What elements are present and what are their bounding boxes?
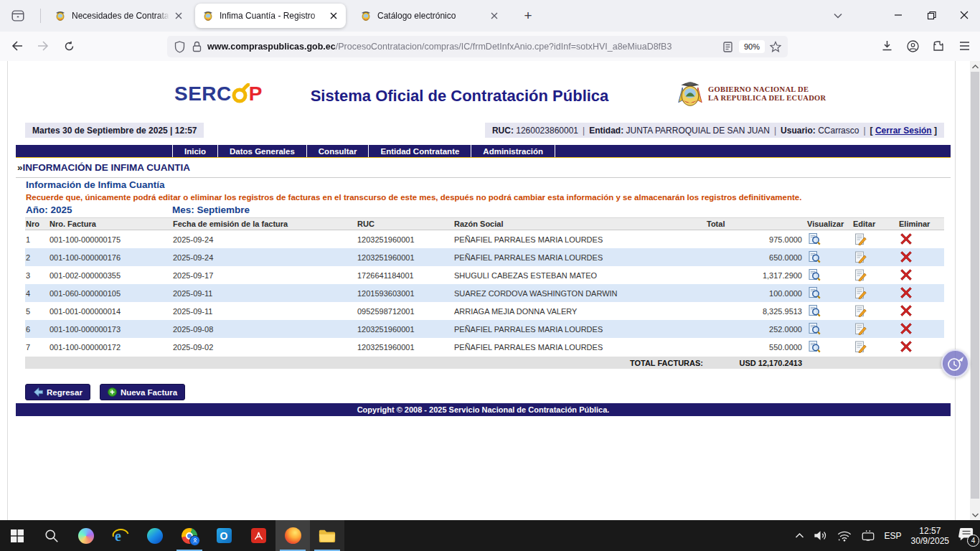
editar-icon[interactable] bbox=[854, 305, 867, 317]
file-explorer-icon bbox=[319, 529, 336, 543]
nav-item-administracion[interactable]: Administración bbox=[471, 145, 555, 157]
logout-link[interactable]: Cerrar Sesión bbox=[875, 126, 932, 136]
scroll-down-arrow[interactable] bbox=[970, 509, 980, 520]
tray-chevron-up-icon[interactable] bbox=[795, 532, 804, 539]
firefox-view-button[interactable] bbox=[7, 6, 29, 26]
zoom-level-indicator[interactable]: 90% bbox=[739, 40, 765, 53]
scroll-up-arrow[interactable] bbox=[970, 61, 980, 72]
datetime-bar: Martes 30 de Septiembre de 2025 | 12:57 bbox=[25, 123, 204, 138]
visualizar-icon[interactable] bbox=[809, 305, 821, 317]
taskbar-edge-button[interactable] bbox=[138, 520, 172, 551]
floating-timer-widget[interactable] bbox=[941, 349, 969, 377]
notification-center-button[interactable]: 4 bbox=[958, 527, 976, 545]
government-logo: GOBIERNO NACIONAL DE LA REPUBLICA DEL EC… bbox=[677, 79, 826, 109]
cell-nro: 2 bbox=[25, 248, 49, 266]
windows-logo-icon bbox=[11, 529, 24, 542]
year-label: Año: 2025 bbox=[26, 204, 172, 215]
account-icon[interactable] bbox=[901, 34, 924, 57]
editar-icon[interactable] bbox=[854, 323, 867, 335]
breadcrumb-title: INFORMACIÓN DE INFIMA CUANTIA bbox=[23, 162, 190, 173]
back-button[interactable] bbox=[6, 34, 29, 57]
taskbar-explorer-button[interactable] bbox=[310, 520, 344, 551]
ruc-value: 1260023860001 bbox=[516, 126, 578, 136]
visualizar-icon[interactable] bbox=[809, 323, 821, 335]
eliminar-icon[interactable] bbox=[900, 269, 913, 281]
menu-hamburger-icon[interactable] bbox=[953, 34, 976, 57]
tab-close-icon[interactable] bbox=[488, 9, 501, 22]
nueva-factura-button[interactable]: Nueva Factura bbox=[100, 384, 185, 400]
taskbar-acrobat-button[interactable] bbox=[241, 520, 275, 551]
taskbar-clock[interactable]: 12:57 30/9/2025 bbox=[911, 526, 949, 546]
visualizar-icon[interactable] bbox=[809, 341, 821, 353]
volume-icon[interactable] bbox=[814, 529, 828, 542]
nav-item-datos-generales[interactable]: Datos Generales bbox=[217, 145, 306, 157]
taskbar-copilot-button[interactable] bbox=[69, 520, 103, 551]
visualizar-icon[interactable] bbox=[809, 233, 821, 245]
cell-nro-factura: 001-100-000000173 bbox=[49, 320, 172, 338]
period-row: Año: 2025Mes: Septiembre bbox=[26, 204, 250, 215]
url-bar[interactable]: www.compraspublicas.gob.ec/ProcesoContra… bbox=[167, 36, 788, 57]
close-window-button[interactable] bbox=[948, 0, 980, 30]
list-all-tabs-chevron-icon[interactable] bbox=[828, 6, 848, 26]
scrollbar[interactable] bbox=[970, 61, 980, 520]
entity-value: JUNTA PARROQUIAL DE SAN JUAN bbox=[626, 126, 769, 136]
minimize-button[interactable] bbox=[882, 0, 915, 30]
language-indicator[interactable]: ESP bbox=[885, 531, 902, 541]
wifi-icon[interactable] bbox=[837, 530, 852, 542]
start-button[interactable] bbox=[0, 520, 34, 551]
taskbar-firefox-button[interactable] bbox=[275, 520, 310, 551]
tab-close-icon[interactable] bbox=[172, 9, 185, 22]
col-header-razon-social: Razón Social bbox=[453, 218, 706, 230]
eliminar-icon[interactable] bbox=[900, 323, 913, 335]
cell-total: 550.0000 bbox=[706, 338, 806, 356]
invoice-row: 5 001-001-000000014 2025-09-11 095259871… bbox=[25, 302, 944, 320]
nav-item-consultar[interactable]: Consultar bbox=[306, 145, 369, 157]
visualizar-icon[interactable] bbox=[809, 287, 821, 299]
browser-tab-necesidades[interactable]: Necesidades de Contratación y bbox=[47, 4, 191, 28]
tracking-shield-icon[interactable] bbox=[173, 40, 186, 53]
browser-tabstrip: Necesidades de Contratación y Infima Cua… bbox=[0, 0, 980, 32]
cell-razon-social: ARRIAGA MEJIA DONNA VALERY bbox=[453, 302, 706, 320]
eliminar-icon[interactable] bbox=[900, 287, 913, 299]
connect-display-icon[interactable] bbox=[861, 529, 875, 542]
back-arrow-icon bbox=[33, 387, 43, 397]
nav-item-inicio[interactable]: Inicio bbox=[172, 145, 217, 157]
tray-date: 30/9/2025 bbox=[911, 536, 949, 546]
bookmark-star-icon[interactable] bbox=[769, 40, 782, 53]
regresar-button[interactable]: Regresar bbox=[25, 384, 90, 400]
taskbar-outlook-button[interactable]: O bbox=[207, 520, 241, 551]
taskbar-search-button[interactable] bbox=[34, 520, 69, 551]
cell-fecha-emision: 2025-09-08 bbox=[172, 320, 357, 338]
editar-icon[interactable] bbox=[854, 233, 867, 245]
tab-close-icon[interactable] bbox=[327, 9, 340, 22]
browser-tab-catalogo[interactable]: Catálogo electrónico bbox=[353, 4, 507, 28]
lock-icon[interactable] bbox=[190, 40, 203, 53]
reader-mode-icon[interactable] bbox=[722, 40, 735, 53]
visualizar-icon[interactable] bbox=[809, 251, 821, 263]
tab-title: Catálogo electrónico bbox=[377, 11, 485, 21]
cell-nro-factura: 001-002-000000355 bbox=[49, 266, 172, 284]
taskbar-internet-explorer-button[interactable]: e bbox=[103, 520, 138, 551]
eliminar-icon[interactable] bbox=[900, 233, 913, 245]
restore-button[interactable] bbox=[915, 0, 948, 30]
editar-icon[interactable] bbox=[854, 341, 867, 353]
editar-icon[interactable] bbox=[854, 287, 867, 299]
taskbar-chrome-button[interactable] bbox=[172, 520, 207, 551]
cell-nro-factura: 001-100-000000176 bbox=[49, 248, 172, 266]
new-tab-button[interactable]: + bbox=[518, 6, 538, 25]
downloads-icon[interactable] bbox=[875, 34, 898, 57]
visualizar-icon[interactable] bbox=[809, 269, 821, 281]
scrollbar-thumb[interactable] bbox=[971, 72, 979, 499]
forward-button[interactable] bbox=[32, 34, 55, 57]
browser-tab-infima-cuantia[interactable]: Infima Cuantía - Registro bbox=[195, 4, 346, 28]
ruc-label: RUC: bbox=[492, 126, 514, 136]
extensions-puzzle-icon[interactable] bbox=[927, 34, 950, 57]
editar-icon[interactable] bbox=[854, 251, 867, 263]
editar-icon[interactable] bbox=[854, 269, 867, 281]
invoice-row: 1 001-100-000000175 2025-09-24 120325196… bbox=[25, 230, 944, 248]
reload-button[interactable] bbox=[57, 34, 80, 57]
eliminar-icon[interactable] bbox=[900, 341, 913, 353]
nav-item-entidad-contratante[interactable]: Entidad Contratante bbox=[368, 145, 471, 157]
eliminar-icon[interactable] bbox=[900, 251, 913, 263]
eliminar-icon[interactable] bbox=[900, 305, 913, 317]
